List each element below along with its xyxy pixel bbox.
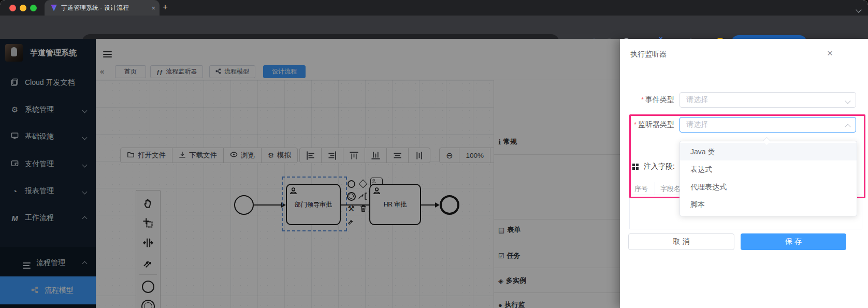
required-asterisk: * [634,121,636,128]
window-minimize-button[interactable] [20,5,26,11]
drawer-title: 执行监听器 [630,50,667,59]
browser-toolbar: ← → ⟳ ⌂ ⓘ 127.0.0.1/bpm/manager/model/ed… [0,16,868,39]
browser-tab-bar: 芋道管理系统 - 设计流程 × + [0,0,868,16]
screen: 芋道管理系统 - 设计流程 × + ← → ⟳ ⌂ ⓘ 127.0.0.1/bp… [0,0,868,308]
inject-fields-row: 注入字段: [632,162,675,171]
save-button[interactable]: 保 存 [741,233,846,250]
option-java-class[interactable]: Java 类 [680,143,857,160]
window-close-button[interactable] [9,5,16,11]
option-delegate-expression[interactable]: 代理表达式 [680,178,857,196]
new-tab-button[interactable]: + [163,2,168,12]
option-script[interactable]: 脚本 [680,196,857,213]
listener-type-label: *监听器类型 [624,120,679,129]
drawer-close-icon[interactable]: × [827,49,833,58]
event-type-select[interactable]: 请选择 [679,92,856,108]
browser-tab[interactable]: 芋道管理系统 - 设计流程 × [45,0,160,16]
option-expression[interactable]: 表达式 [680,160,857,178]
required-asterisk: * [641,96,644,104]
window-zoom-button[interactable] [30,5,37,11]
tab-close-icon[interactable]: × [151,4,155,12]
site-favicon-icon [51,5,57,11]
grid-icon [632,164,635,166]
column-header-index: 序号 [629,182,655,195]
event-type-label: *事件类型 [624,95,679,105]
listener-type-dropdown: Java 类 表达式 代理表达式 脚本 [679,141,857,216]
event-type-row: *事件类型 请选择 [624,92,856,108]
inject-fields-label: 注入字段: [644,162,675,171]
tab-search-chevron-icon[interactable] [857,5,861,14]
listener-type-select[interactable]: 请选择 [679,117,856,133]
cancel-button[interactable]: 取 消 [628,233,734,250]
select-placeholder: 请选择 [686,95,708,105]
chevron-down-icon [845,98,850,104]
tab-title: 芋道管理系统 - 设计流程 [61,4,148,12]
select-placeholder: 请选择 [686,120,708,129]
listener-type-row: *监听器类型 请选择 [624,117,856,133]
chevron-up-icon [845,124,850,129]
